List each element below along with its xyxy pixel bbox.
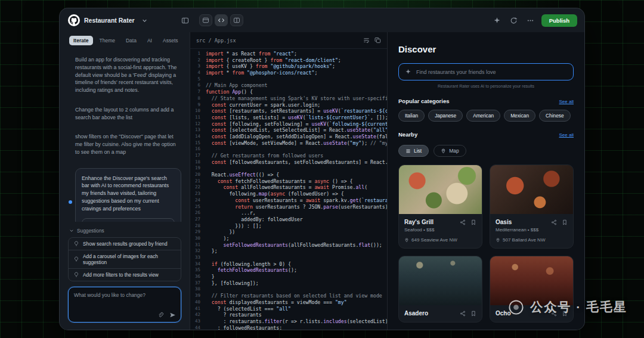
code-line: 1import * as React from "react"; bbox=[190, 51, 387, 57]
share-icon[interactable] bbox=[460, 219, 466, 225]
preview-pane-button[interactable] bbox=[199, 14, 212, 26]
code-line: 19 bbox=[190, 165, 387, 172]
category-pills: ItalianJapaneseAmericanMexicanChinese bbox=[398, 110, 574, 122]
code-line: 18 const [followedRestaurants, setFollow… bbox=[190, 159, 387, 166]
popular-see-all-link[interactable]: See all bbox=[559, 99, 574, 104]
user-message[interactable]: Change the layout to 2 columns and add a… bbox=[75, 106, 181, 122]
active-message-card[interactable]: Enhance the Discover page's search bar w… bbox=[75, 168, 181, 222]
restaurant-search-input[interactable] bbox=[416, 69, 567, 75]
tab-assets[interactable]: Assets bbox=[159, 36, 182, 45]
category-pill-italian[interactable]: Italian bbox=[398, 110, 425, 122]
restaurant-name: Oasis bbox=[496, 219, 551, 225]
tab-theme[interactable]: Theme bbox=[95, 36, 119, 45]
lightbulb-icon bbox=[73, 272, 79, 278]
restaurant-card-body: Oasis Mediterranean • $$$ 507 Ballard Av… bbox=[490, 214, 573, 248]
file-breadcrumb: src / App.jsx bbox=[196, 38, 236, 44]
copy-icon[interactable] bbox=[374, 37, 381, 44]
code-line: 25 return userRestaurants ? JSON.parse(u… bbox=[190, 204, 387, 210]
code-line: 8 // State management using Spark's KV s… bbox=[190, 95, 387, 102]
user-message[interactable]: Build an app for discovering and trackin… bbox=[75, 56, 181, 94]
code-line: 9 const currentUser = spark.user.login; bbox=[190, 102, 387, 108]
split-view-button[interactable] bbox=[230, 14, 243, 26]
code-line: 29 }) bbox=[190, 229, 387, 235]
app-menu-caret[interactable] bbox=[139, 14, 151, 26]
watermark-logo bbox=[508, 299, 524, 315]
restaurant-card[interactable]: Oasis Mediterranean • $$$ 507 Ballard Av… bbox=[490, 165, 574, 249]
attachment-icon[interactable] bbox=[157, 312, 164, 318]
restaurant-search-box bbox=[398, 63, 574, 80]
send-icon[interactable] bbox=[169, 312, 176, 318]
editor-toolbar-icons bbox=[363, 37, 381, 44]
list-view-button[interactable]: List bbox=[398, 145, 429, 157]
code-line: 36 } bbox=[190, 274, 387, 280]
restaurant-card[interactable]: Asadero bbox=[398, 256, 482, 323]
chat-input-actions bbox=[157, 312, 176, 318]
lightbulb-icon bbox=[73, 241, 79, 247]
collapse-sidebar-button[interactable] bbox=[179, 14, 191, 26]
restaurant-card[interactable]: Ray's Grill Seafood • $$$ 649 Seaview Av… bbox=[398, 165, 482, 249]
chat-history: Build an app for discovering and trackin… bbox=[60, 50, 190, 222]
bookmark-icon[interactable] bbox=[470, 219, 476, 225]
made-changes-button[interactable]: Made 2 changes bbox=[82, 218, 175, 222]
nearby-see-all-link[interactable]: See all bbox=[559, 132, 574, 138]
code-lines[interactable]: 1import * as React from "react";2import … bbox=[190, 49, 387, 330]
suggestion-item[interactable]: Show search results grouped by friend bbox=[69, 238, 181, 250]
tab-ai[interactable]: AI bbox=[143, 36, 156, 45]
code-view-button[interactable] bbox=[215, 14, 228, 26]
sparkle-icon[interactable] bbox=[491, 14, 503, 26]
publish-button[interactable]: Publish bbox=[541, 14, 577, 27]
soft-wrap-icon[interactable] bbox=[363, 37, 370, 44]
lightbulb-icon bbox=[73, 256, 79, 262]
code-line: 21 const fetchFollowedRestaurants = asyn… bbox=[190, 178, 387, 185]
category-pill-american[interactable]: American bbox=[466, 110, 500, 122]
restaurant-name: Asadero bbox=[404, 310, 460, 317]
tab-data[interactable]: Data bbox=[122, 36, 141, 45]
restaurant-photo bbox=[399, 165, 482, 214]
code-line: 15 const [viewMode, setViewMode] = React… bbox=[190, 140, 387, 147]
watermark: 公众号 · 毛毛星 bbox=[508, 299, 627, 315]
code-line: 12 const [following, setFollowing] = use… bbox=[190, 121, 387, 128]
code-line: 26 ...r, bbox=[190, 210, 387, 216]
code-line: 23 following.map(async (followedUser) =>… bbox=[190, 191, 387, 197]
more-options-icon[interactable] bbox=[525, 14, 537, 26]
restaurant-address: 507 Ballard Ave NW bbox=[496, 237, 568, 243]
suggestion-label: Add more filters to the results view bbox=[83, 272, 159, 278]
suggestion-item[interactable]: Add a carousel of images for each sugges… bbox=[69, 250, 181, 268]
bookmark-icon[interactable] bbox=[562, 219, 568, 225]
code-line: 38 bbox=[190, 286, 387, 293]
category-pill-mexican[interactable]: Mexican bbox=[504, 110, 535, 122]
restaurant-card-body: Ray's Grill Seafood • $$$ 649 Seaview Av… bbox=[399, 214, 482, 248]
code-line: 16 bbox=[190, 146, 387, 153]
app-window: Restaurant Rater bbox=[60, 8, 584, 330]
suggestions-header[interactable]: Suggestions bbox=[68, 225, 181, 237]
suggestion-item[interactable]: Add more filters to the results view bbox=[69, 268, 181, 281]
category-pill-japanese[interactable]: Japanese bbox=[428, 110, 463, 122]
code-line: 20 React.useEffect(() => { bbox=[190, 172, 387, 178]
app-title: Restaurant Rater bbox=[84, 17, 135, 24]
share-icon[interactable] bbox=[551, 219, 557, 225]
title-bar-left: Restaurant Rater bbox=[68, 14, 191, 26]
code-line: 35 fetchFollowedRestaurants(); bbox=[190, 267, 387, 274]
tab-iterate[interactable]: Iterate bbox=[69, 36, 93, 45]
user-message[interactable]: show filters on the "Discover" page that… bbox=[75, 133, 181, 156]
restaurant-subtitle: Seafood • $$$ bbox=[404, 227, 476, 232]
code-line: 24 const userRestaurants = await spark.k… bbox=[190, 197, 387, 204]
code-line: 33 bbox=[190, 255, 387, 261]
code-line: 10 const [restaurants, setRestaurants] =… bbox=[190, 108, 387, 114]
category-pill-chinese[interactable]: Chinese bbox=[539, 110, 570, 122]
app-preview: Discover Restaurant Rater uses AI to per… bbox=[388, 32, 584, 330]
bookmark-icon[interactable] bbox=[470, 311, 476, 317]
address-text: 507 Ballard Ave NW bbox=[503, 237, 545, 243]
code-line: 6// Main App component bbox=[190, 82, 387, 89]
search-hint: Restaurant Rater uses AI to personalize … bbox=[398, 84, 574, 88]
share-icon[interactable] bbox=[460, 311, 466, 317]
title-bar-right: Publish bbox=[491, 14, 577, 27]
code-line: 44 : followedRestaurants; bbox=[190, 325, 387, 330]
suggestion-label: Show search results grouped by friend bbox=[83, 241, 168, 247]
code-line: 41 ? (selectedList === "all" bbox=[190, 306, 387, 312]
active-message-indicator bbox=[69, 200, 72, 204]
map-view-button[interactable]: Map bbox=[434, 145, 466, 157]
refresh-icon[interactable] bbox=[508, 14, 520, 26]
code-line: 17 // Get restaurants from followed user… bbox=[190, 153, 387, 159]
title-bar: Restaurant Rater bbox=[60, 8, 584, 32]
